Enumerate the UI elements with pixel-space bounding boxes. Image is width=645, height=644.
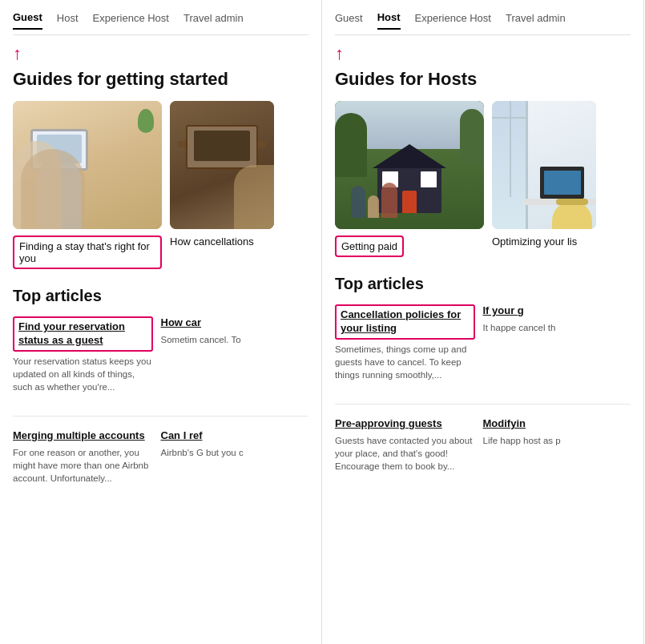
card-getting-paid-label: Getting paid bbox=[335, 235, 404, 257]
tab-travel-admin-right[interactable]: Travel admin bbox=[506, 12, 566, 29]
divider-right bbox=[335, 404, 631, 405]
pre-approving-desc: Guests have contacted you about your pla… bbox=[335, 434, 475, 473]
left-panel: Guest Host Experience Host Travel admin … bbox=[0, 0, 322, 644]
section-title-left: Guides for getting started bbox=[13, 69, 308, 90]
articles-row2-left: Merging multiple accounts For one reason… bbox=[13, 426, 308, 497]
card-optimizing[interactable]: Optimizing your lis bbox=[492, 101, 596, 257]
can-i-ref-link[interactable]: Can I ref bbox=[161, 429, 301, 443]
if-your-g-desc: It happe cancel th bbox=[483, 321, 623, 334]
arrow-up-right: ↑ bbox=[335, 43, 631, 64]
article-cancellation-policies: Cancellation policies for your listing S… bbox=[335, 304, 483, 394]
tab-host-left[interactable]: Host bbox=[57, 12, 79, 29]
article-pre-approving: Pre-approving guests Guests have contact… bbox=[335, 417, 483, 485]
section-title-right: Guides for Hosts bbox=[335, 69, 631, 90]
article-can-i-ref: Can I ref Airbnb's G but you c bbox=[161, 429, 309, 497]
top-articles-title-left: Top articles bbox=[13, 287, 308, 305]
card-cancellations-label: How cancellations bbox=[170, 235, 274, 249]
image-cards-right: Getting paid Optimizing your bbox=[335, 101, 631, 257]
left-tabs: Guest Host Experience Host Travel admin bbox=[13, 11, 308, 35]
how-car-link[interactable]: How car bbox=[161, 316, 301, 330]
arrow-up-left: ↑ bbox=[13, 43, 308, 64]
modifying-desc: Life happ host as p bbox=[483, 434, 623, 447]
can-i-ref-desc: Airbnb's G but you c bbox=[161, 446, 301, 459]
find-reservation-link[interactable]: Find your reservation status as a guest bbox=[13, 316, 153, 352]
card-finding-stay-label: Finding a stay that's right for you bbox=[13, 235, 162, 269]
right-panel: Guest Host Experience Host Travel admin … bbox=[322, 0, 644, 644]
tab-experience-host-left[interactable]: Experience Host bbox=[93, 12, 169, 29]
merging-link[interactable]: Merging multiple accounts bbox=[13, 429, 153, 443]
top-articles-title-right: Top articles bbox=[335, 275, 631, 293]
card-cancellations[interactable]: How cancellations bbox=[170, 101, 274, 269]
tab-guest-left[interactable]: Guest bbox=[13, 11, 42, 30]
article-modifying: Modifyin Life happ host as p bbox=[483, 417, 631, 485]
card-finding-stay[interactable]: Finding a stay that's right for you bbox=[13, 101, 162, 269]
articles-row2-right: Pre-approving guests Guests have contact… bbox=[335, 414, 631, 485]
tab-experience-host-right[interactable]: Experience Host bbox=[415, 12, 491, 29]
image-cards-left: Finding a stay that's right for you How … bbox=[13, 101, 308, 269]
tab-travel-admin-left[interactable]: Travel admin bbox=[183, 12, 244, 29]
cancellation-policies-link[interactable]: Cancellation policies for your listing bbox=[335, 304, 475, 340]
pre-approving-link[interactable]: Pre-approving guests bbox=[335, 417, 475, 431]
right-tabs: Guest Host Experience Host Travel admin bbox=[335, 11, 631, 35]
article-find-reservation: Find your reservation status as a guest … bbox=[13, 316, 161, 406]
tab-host-right[interactable]: Host bbox=[377, 11, 401, 30]
tab-guest-right[interactable]: Guest bbox=[335, 12, 363, 29]
how-car-desc: Sometim cancel. To bbox=[161, 333, 301, 346]
if-your-g-link[interactable]: If your g bbox=[483, 304, 623, 318]
merging-desc: For one reason or another, you might hav… bbox=[13, 446, 153, 485]
modifying-link[interactable]: Modifyin bbox=[483, 417, 623, 431]
article-if-your-g: If your g It happe cancel th bbox=[483, 304, 631, 394]
articles-grid-right: Cancellation policies for your listing S… bbox=[335, 304, 631, 394]
card-optimizing-label: Optimizing your lis bbox=[492, 235, 596, 249]
find-reservation-desc: Your reservation status keeps you update… bbox=[13, 355, 153, 393]
article-merging: Merging multiple accounts For one reason… bbox=[13, 429, 161, 497]
card-getting-paid[interactable]: Getting paid bbox=[335, 101, 484, 257]
articles-grid-left: Find your reservation status as a guest … bbox=[13, 316, 308, 406]
divider-left bbox=[13, 416, 308, 417]
cancellation-policies-desc: Sometimes, things come up and guests hav… bbox=[335, 343, 475, 381]
article-how-car: How car Sometim cancel. To bbox=[161, 316, 309, 406]
